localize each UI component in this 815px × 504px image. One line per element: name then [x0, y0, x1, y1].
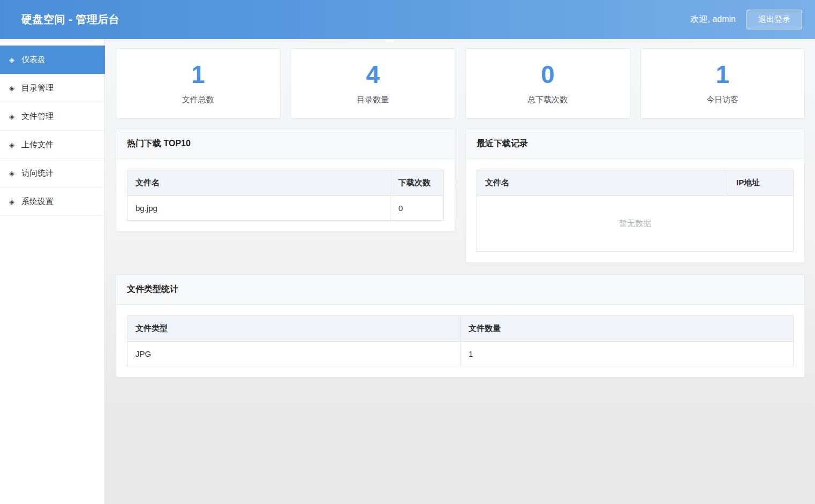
empty-state-text: 暂无数据: [477, 196, 794, 252]
stat-label: 今日访客: [706, 95, 738, 105]
logout-button[interactable]: 退出登录: [746, 10, 802, 29]
panel-body: 文件名 IP地址 暂无数据: [466, 159, 804, 262]
panel-title: 文件类型统计: [116, 275, 804, 305]
cell-file-type: JPG: [127, 342, 461, 366]
sidebar-item-label: 目录管理: [21, 83, 54, 93]
sidebar-menu: ◈ 仪表盘 ◈ 目录管理 ◈ 文件管理 ◈ 上传文件 ◈ 访问统计 ◈ 系统设置: [0, 46, 104, 216]
sidebar-item-file-management[interactable]: ◈ 文件管理: [0, 102, 104, 131]
stat-label: 目录数量: [357, 95, 389, 105]
stat-label: 文件总数: [182, 95, 214, 105]
header-right: 欢迎, admin 退出登录: [691, 10, 802, 29]
stat-value: 1: [191, 62, 205, 87]
welcome-text: 欢迎, admin: [691, 14, 736, 25]
table-header-row: 文件类型 文件数量: [127, 316, 794, 342]
stat-cards-row: 1 文件总数 4 目录数量 0 总下载次数 1 今日访客: [116, 48, 805, 119]
stat-card-total-files: 1 文件总数: [116, 48, 281, 119]
app-header: 硬盘空间 - 管理后台 欢迎, admin 退出登录: [0, 0, 815, 39]
sidebar-item-label: 上传文件: [21, 140, 54, 150]
sidebar-item-directory-management[interactable]: ◈ 目录管理: [0, 74, 104, 102]
stat-card-directory-count: 4 目录数量: [291, 48, 456, 119]
panel-body: 文件名 下载次数 bg.jpg 0: [116, 159, 455, 231]
table-header-row: 文件名 下载次数: [127, 170, 444, 196]
recent-downloads-table: 文件名 IP地址 暂无数据: [477, 170, 794, 252]
cell-file-count: 1: [461, 342, 794, 366]
panels-row: 热门下载 TOP10 文件名 下载次数 bg.jpg 0: [116, 129, 805, 263]
column-header-ip-address: IP地址: [728, 170, 794, 196]
diamond-icon: ◈: [9, 141, 14, 148]
diamond-icon: ◈: [9, 198, 14, 205]
panel-title: 热门下载 TOP10: [116, 129, 455, 159]
stat-value: 1: [715, 62, 729, 87]
file-types-table: 文件类型 文件数量 JPG 1: [127, 315, 794, 366]
sidebar-item-visit-statistics[interactable]: ◈ 访问统计: [0, 159, 104, 187]
sidebar-item-label: 仪表盘: [21, 55, 46, 65]
page-title: 硬盘空间 - 管理后台: [21, 12, 119, 27]
stat-card-total-downloads: 0 总下载次数: [465, 48, 630, 119]
cell-download-count: 0: [390, 196, 444, 221]
sidebar-item-system-settings[interactable]: ◈ 系统设置: [0, 187, 104, 216]
column-header-filename: 文件名: [127, 170, 390, 196]
sidebar-item-label: 访问统计: [21, 168, 54, 178]
column-header-file-type: 文件类型: [127, 316, 461, 342]
panel-top-downloads: 热门下载 TOP10 文件名 下载次数 bg.jpg 0: [116, 129, 455, 232]
table-row: bg.jpg 0: [127, 196, 444, 221]
table-row: 暂无数据: [477, 196, 794, 252]
panel-body: 文件类型 文件数量 JPG 1: [116, 305, 804, 377]
column-header-file-count: 文件数量: [461, 316, 794, 342]
diamond-icon: ◈: [9, 113, 14, 120]
table-header-row: 文件名 IP地址: [477, 170, 794, 196]
panel-file-types: 文件类型统计 文件类型 文件数量 JPG 1: [116, 274, 805, 378]
diamond-icon: ◈: [9, 170, 14, 177]
cell-filename: bg.jpg: [127, 196, 390, 221]
column-header-download-count: 下载次数: [390, 170, 444, 196]
sidebar: ◈ 仪表盘 ◈ 目录管理 ◈ 文件管理 ◈ 上传文件 ◈ 访问统计 ◈ 系统设置: [0, 39, 105, 504]
sidebar-item-label: 文件管理: [21, 111, 54, 122]
stat-card-today-visitors: 1 今日访客: [640, 48, 805, 119]
sidebar-item-label: 系统设置: [21, 197, 54, 207]
top-downloads-table: 文件名 下载次数 bg.jpg 0: [127, 170, 444, 221]
stat-value: 4: [366, 62, 380, 87]
table-row: JPG 1: [127, 342, 794, 366]
layout: ◈ 仪表盘 ◈ 目录管理 ◈ 文件管理 ◈ 上传文件 ◈ 访问统计 ◈ 系统设置: [0, 39, 815, 504]
diamond-icon: ◈: [9, 56, 14, 63]
stat-value: 0: [541, 62, 555, 87]
sidebar-item-upload-file[interactable]: ◈ 上传文件: [0, 131, 104, 159]
column-header-filename: 文件名: [477, 170, 728, 196]
diamond-icon: ◈: [9, 85, 14, 92]
panel-recent-downloads: 最近下载记录 文件名 IP地址 暂无数据: [465, 129, 805, 263]
panel-title: 最近下载记录: [466, 129, 804, 159]
main-content: 1 文件总数 4 目录数量 0 总下载次数 1 今日访客 热门下载 TOP10: [105, 39, 815, 504]
stat-label: 总下载次数: [527, 95, 568, 105]
sidebar-item-dashboard[interactable]: ◈ 仪表盘: [0, 46, 105, 74]
